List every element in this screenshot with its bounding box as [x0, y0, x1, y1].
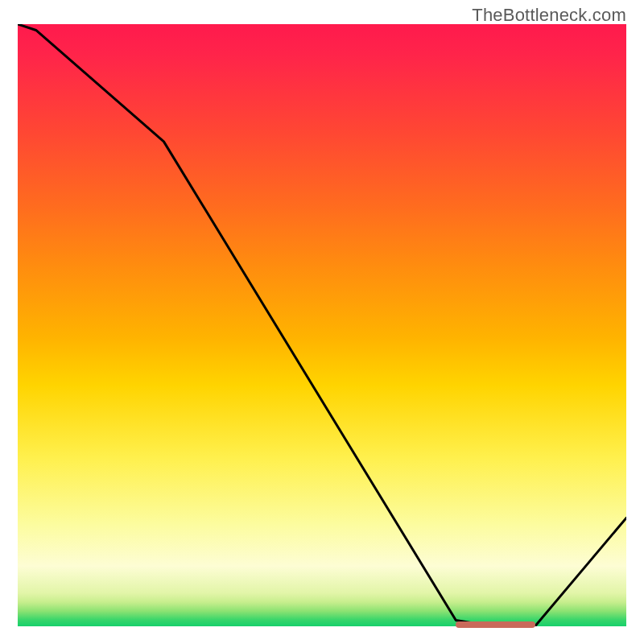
watermark-text: TheBottleneck.com	[472, 5, 626, 26]
chart-container: TheBottleneck.com	[0, 0, 644, 644]
optimal-range-marker	[456, 621, 535, 628]
bottleneck-curve	[18, 24, 626, 626]
